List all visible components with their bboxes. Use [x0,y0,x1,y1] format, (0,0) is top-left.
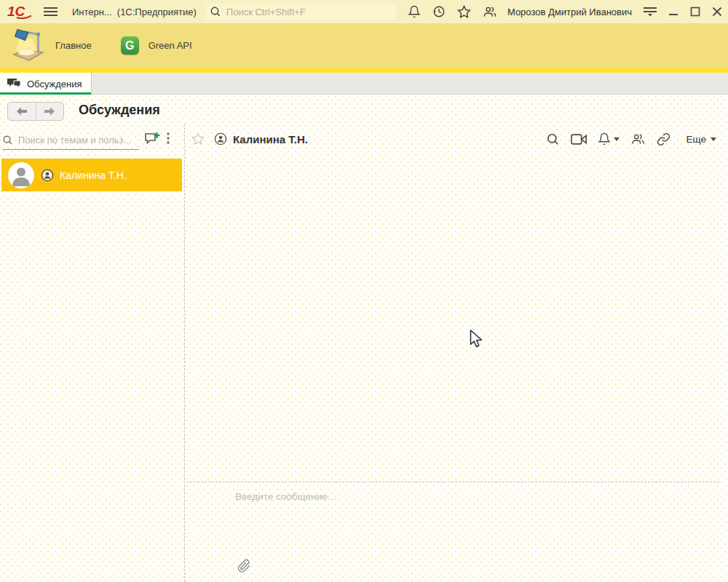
attach-file-icon[interactable] [237,559,251,573]
minimize-button[interactable] [668,7,678,17]
window-title: Интерн... [72,7,112,17]
user-badge-icon [41,169,54,182]
chevron-down-icon [711,137,716,141]
chat-bell-icon [598,132,611,146]
discussion-item-name: Калинина Т.Н. [60,170,127,181]
add-users-icon[interactable] [630,132,646,146]
global-search-input[interactable] [225,4,396,20]
chat-search-icon[interactable] [546,132,560,146]
1c-logo-icon: 1С [7,3,32,20]
history-icon[interactable] [432,5,446,18]
panel-separator [184,124,185,582]
users-icon[interactable] [483,5,497,18]
discussion-list-item[interactable]: Калинина Т.Н. [1,159,182,191]
page-title: Обсуждения [79,103,160,118]
message-input[interactable]: Введите сообщение... [235,491,336,502]
discussions-search-box[interactable] [2,131,139,150]
home-desk-lamp-icon[interactable] [9,27,46,65]
toolbar-accent-band [0,68,728,73]
search-icon [205,6,221,17]
chat-notifications-group[interactable] [598,132,620,146]
navigation-buttons [7,102,64,121]
svg-text:1С: 1С [7,4,25,19]
section-glavnoe[interactable]: Главное [55,40,92,51]
favorite-star-icon[interactable] [191,132,205,146]
mouse-cursor [470,330,484,350]
more-button[interactable]: Еще [687,134,716,145]
user-badge-icon [214,132,227,146]
chat-header: Калинина Т.Н. [186,127,724,151]
more-button-label: Еще [687,134,706,145]
section-green-api[interactable]: Green API [149,40,192,51]
tab-discussions-label: Обсуждения [27,79,82,89]
window-titlebar: 1С Интерн... (1С:Предприятие) [0,0,728,23]
collapse-panels-icon[interactable] [644,7,657,17]
content-area: Обсуждения [0,95,728,582]
current-user-name[interactable]: Морозов Дмитрий Иванович [507,7,632,17]
chevron-down-icon [614,137,620,141]
window-app-name: (1С:Предприятие) [117,7,197,17]
avatar [8,162,34,188]
active-tab-indicator [0,92,91,95]
search-icon [2,135,13,146]
close-button[interactable] [712,7,722,17]
discussions-search-input[interactable] [17,132,139,148]
chat-title: Калинина Т.Н. [233,133,308,146]
main-menu-icon[interactable] [44,7,58,17]
favorites-star-icon[interactable] [457,5,471,19]
green-api-icon[interactable]: G [121,36,139,55]
forward-button[interactable] [36,103,64,120]
link-icon[interactable] [657,132,670,146]
back-button[interactable] [8,103,36,120]
list-menu-button[interactable] [167,132,170,144]
sections-toolbar: Главное G Green API [0,23,728,68]
global-search-box[interactable] [205,3,396,20]
tab-discussions[interactable]: Обсуждения [0,73,92,95]
new-discussion-button[interactable] [144,132,160,146]
tab-strip: Обсуждения [0,73,728,95]
composer-separator [186,482,719,482]
chat-bubbles-icon [7,78,21,90]
maximize-button[interactable] [690,7,700,17]
video-call-icon[interactable] [571,133,587,146]
notifications-bell-icon[interactable] [408,5,421,18]
